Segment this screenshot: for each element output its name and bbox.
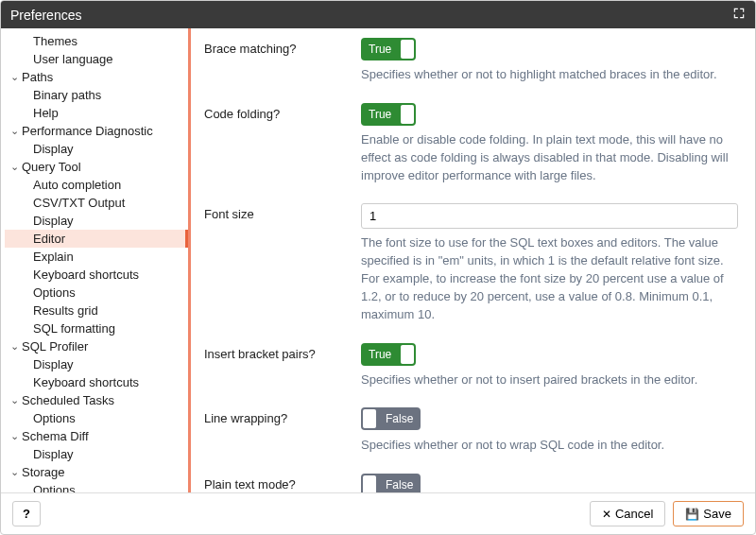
sidebar-item-label: Performance Diagnostic bbox=[22, 124, 153, 138]
sidebar-item-label: Query Tool bbox=[22, 160, 81, 174]
setting-font-size: Font size bbox=[204, 203, 738, 229]
help-button[interactable]: ? bbox=[12, 501, 41, 526]
setting-desc: Specifies whether or not to wrap SQL cod… bbox=[361, 437, 738, 455]
sidebar-item-paths[interactable]: ⌄Paths bbox=[5, 68, 188, 86]
sidebar-item-label: Schema Diff bbox=[22, 429, 89, 443]
sidebar-item-label: Display bbox=[33, 214, 74, 228]
sidebar-item-label: Display bbox=[33, 142, 74, 156]
dialog-body: ThemesUser language⌄PathsBinary pathsHel… bbox=[1, 28, 755, 492]
sidebar-item-schema-diff[interactable]: ⌄Schema Diff bbox=[5, 427, 188, 445]
sidebar-item-binary-paths[interactable]: Binary paths bbox=[5, 86, 188, 104]
chevron-down-icon: ⌄ bbox=[9, 466, 20, 478]
close-icon: ✕ bbox=[602, 508, 611, 521]
sidebar-item-explain[interactable]: Explain bbox=[5, 248, 188, 266]
setting-label: Insert bracket pairs? bbox=[204, 343, 361, 366]
sidebar-item-keyboard-shortcuts[interactable]: Keyboard shortcuts bbox=[5, 373, 188, 391]
sidebar-item-label: Display bbox=[33, 447, 74, 461]
chevron-down-icon: ⌄ bbox=[9, 340, 20, 353]
sidebar-item-display[interactable]: Display bbox=[5, 212, 188, 230]
toggle-insert-bracket[interactable]: True bbox=[361, 343, 416, 366]
setting-line-wrapping: Line wrapping? False bbox=[204, 407, 738, 431]
sidebar-item-query-tool[interactable]: ⌄Query Tool bbox=[5, 158, 188, 176]
save-button[interactable]: 💾Save bbox=[673, 501, 744, 526]
sidebar-tree[interactable]: ThemesUser language⌄PathsBinary pathsHel… bbox=[1, 28, 188, 492]
setting-desc: Specifies whether or not to insert paire… bbox=[361, 371, 738, 389]
chevron-down-icon: ⌄ bbox=[9, 394, 20, 406]
sidebar-item-label: Results grid bbox=[33, 303, 98, 318]
preferences-dialog: Preferences ThemesUser language⌄PathsBin… bbox=[0, 0, 756, 535]
sidebar-item-scheduled-tasks[interactable]: ⌄Scheduled Tasks bbox=[5, 391, 188, 409]
setting-label: Plain text mode? bbox=[204, 474, 361, 492]
sidebar-item-options[interactable]: Options bbox=[5, 481, 188, 492]
dialog-footer: ? ✕Cancel 💾Save bbox=[1, 492, 755, 534]
sidebar-item-sql-formatting[interactable]: SQL formatting bbox=[5, 319, 188, 337]
chevron-down-icon: ⌄ bbox=[9, 161, 20, 173]
sidebar-item-display[interactable]: Display bbox=[5, 355, 188, 373]
sidebar-item-sql-profiler[interactable]: ⌄SQL Profiler bbox=[5, 337, 188, 355]
sidebar-item-help[interactable]: Help bbox=[5, 104, 188, 122]
sidebar-item-label: Keyboard shortcuts bbox=[33, 375, 139, 389]
setting-plain-text: Plain text mode? False bbox=[204, 474, 738, 492]
sidebar-item-label: Options bbox=[33, 411, 76, 425]
sidebar-item-storage[interactable]: ⌄Storage bbox=[5, 463, 188, 481]
sidebar-item-options[interactable]: Options bbox=[5, 284, 188, 302]
sidebar-item-editor[interactable]: Editor bbox=[5, 230, 188, 248]
settings-content: Brace matching? True Specifies whether o… bbox=[191, 28, 755, 492]
sidebar-item-label: Editor bbox=[33, 232, 65, 246]
setting-label: Code folding? bbox=[204, 103, 361, 126]
sidebar-item-label: Options bbox=[33, 483, 76, 492]
sidebar-item-label: Binary paths bbox=[33, 88, 101, 102]
toggle-code-folding[interactable]: True bbox=[361, 103, 416, 126]
setting-label: Font size bbox=[204, 203, 361, 229]
setting-desc: Specifies whether or not to highlight ma… bbox=[361, 66, 738, 84]
sidebar-item-label: SQL formatting bbox=[33, 321, 115, 336]
font-size-input[interactable] bbox=[361, 203, 738, 229]
sidebar-item-label: SQL Profiler bbox=[22, 339, 88, 354]
toggle-plain-text[interactable]: False bbox=[361, 474, 421, 492]
sidebar-item-label: Themes bbox=[33, 34, 77, 48]
sidebar-item-label: Options bbox=[33, 285, 76, 300]
sidebar-item-label: Keyboard shortcuts bbox=[33, 268, 139, 282]
content-wrap: Brace matching? True Specifies whether o… bbox=[188, 28, 755, 492]
sidebar-item-label: Scheduled Tasks bbox=[22, 393, 114, 407]
cancel-button[interactable]: ✕Cancel bbox=[590, 501, 665, 526]
chevron-down-icon: ⌄ bbox=[9, 71, 20, 83]
chevron-down-icon: ⌄ bbox=[9, 430, 20, 442]
sidebar-item-display[interactable]: Display bbox=[5, 140, 188, 158]
setting-desc: Enable or disable code folding. In plain… bbox=[361, 131, 738, 185]
sidebar-item-options[interactable]: Options bbox=[5, 409, 188, 427]
chevron-down-icon: ⌄ bbox=[9, 125, 20, 137]
toggle-line-wrapping[interactable]: False bbox=[361, 407, 421, 430]
sidebar-item-auto-completion[interactable]: Auto completion bbox=[5, 176, 188, 194]
setting-label: Line wrapping? bbox=[204, 407, 361, 431]
sidebar-item-display[interactable]: Display bbox=[5, 445, 188, 463]
setting-label: Brace matching? bbox=[204, 38, 361, 60]
setting-desc: The font size to use for the SQL text bo… bbox=[361, 234, 738, 323]
footer-right: ✕Cancel 💾Save bbox=[590, 501, 744, 526]
sidebar-item-label: Auto completion bbox=[33, 178, 121, 192]
setting-code-folding: Code folding? True bbox=[204, 103, 738, 126]
sidebar-item-csv-txt-output[interactable]: CSV/TXT Output bbox=[5, 194, 188, 212]
sidebar-item-label: Explain bbox=[33, 250, 74, 264]
setting-insert-bracket: Insert bracket pairs? True bbox=[204, 343, 738, 366]
dialog-title: Preferences bbox=[10, 8, 81, 23]
sidebar-item-label: Storage bbox=[22, 465, 65, 479]
sidebar-item-user-language[interactable]: User language bbox=[5, 50, 188, 68]
sidebar-item-label: Help bbox=[33, 106, 59, 120]
dialog-header: Preferences bbox=[1, 1, 755, 28]
sidebar-item-label: CSV/TXT Output bbox=[33, 196, 125, 210]
save-icon: 💾 bbox=[685, 508, 699, 521]
toggle-brace-matching[interactable]: True bbox=[361, 38, 416, 60]
sidebar-item-results-grid[interactable]: Results grid bbox=[5, 302, 188, 319]
setting-brace-matching: Brace matching? True bbox=[204, 38, 738, 60]
sidebar-item-keyboard-shortcuts[interactable]: Keyboard shortcuts bbox=[5, 266, 188, 284]
sidebar-item-label: Paths bbox=[22, 70, 53, 84]
expand-icon[interactable] bbox=[732, 7, 746, 23]
sidebar-item-themes[interactable]: Themes bbox=[5, 32, 188, 50]
sidebar-item-label: User language bbox=[33, 52, 113, 66]
sidebar-item-label: Display bbox=[33, 357, 74, 371]
sidebar-item-performance-diagnostic[interactable]: ⌄Performance Diagnostic bbox=[5, 122, 188, 140]
